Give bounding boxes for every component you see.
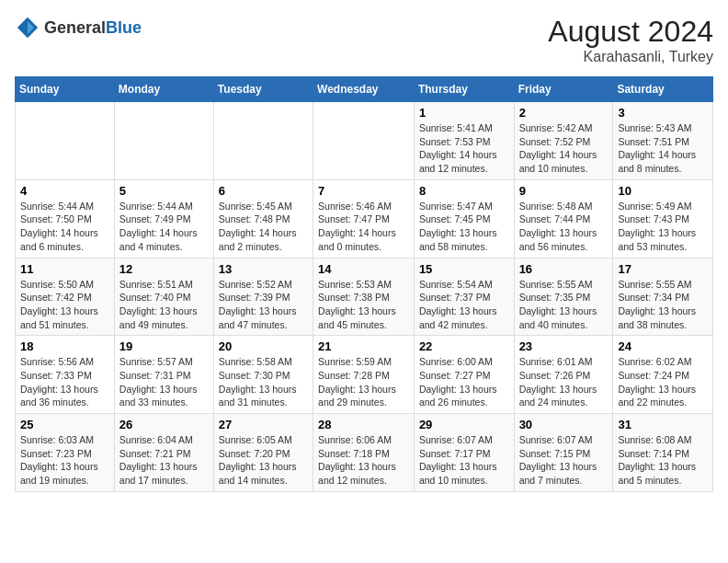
calendar-cell: 6Sunrise: 5:45 AM Sunset: 7:48 PM Daylig… xyxy=(213,179,313,258)
header-day-monday: Monday xyxy=(114,77,213,102)
calendar-cell: 3Sunrise: 5:43 AM Sunset: 7:51 PM Daylig… xyxy=(613,102,713,180)
day-info: Sunrise: 5:52 AM Sunset: 7:39 PM Dayligh… xyxy=(219,278,308,332)
calendar-cell: 17Sunrise: 5:55 AM Sunset: 7:34 PM Dayli… xyxy=(613,258,713,336)
day-info: Sunrise: 5:51 AM Sunset: 7:40 PM Dayligh… xyxy=(119,278,209,332)
day-number: 26 xyxy=(119,418,209,431)
calendar-cell: 15Sunrise: 5:54 AM Sunset: 7:37 PM Dayli… xyxy=(414,258,514,336)
logo: GeneralBlue xyxy=(15,15,142,40)
day-info: Sunrise: 5:50 AM Sunset: 7:42 PM Dayligh… xyxy=(20,278,109,332)
day-info: Sunrise: 5:46 AM Sunset: 7:47 PM Dayligh… xyxy=(318,200,409,254)
day-info: Sunrise: 5:58 AM Sunset: 7:30 PM Dayligh… xyxy=(219,355,308,409)
day-number: 16 xyxy=(519,262,609,276)
day-number: 4 xyxy=(20,184,109,198)
day-number: 6 xyxy=(219,184,308,198)
calendar-cell: 13Sunrise: 5:52 AM Sunset: 7:39 PM Dayli… xyxy=(213,258,313,336)
day-info: Sunrise: 5:59 AM Sunset: 7:28 PM Dayligh… xyxy=(318,355,409,409)
day-number: 3 xyxy=(618,106,708,120)
day-info: Sunrise: 5:41 AM Sunset: 7:53 PM Dayligh… xyxy=(419,121,509,176)
week-row-1: 1Sunrise: 5:41 AM Sunset: 7:53 PM Daylig… xyxy=(16,102,713,180)
logo-blue: Blue xyxy=(106,18,142,37)
month-year-title: August 2024 xyxy=(548,15,713,49)
logo-icon xyxy=(15,15,40,40)
day-info: Sunrise: 6:01 AM Sunset: 7:26 PM Dayligh… xyxy=(519,355,609,409)
day-info: Sunrise: 5:54 AM Sunset: 7:37 PM Dayligh… xyxy=(419,278,509,332)
day-number: 29 xyxy=(419,418,509,431)
header-row: SundayMondayTuesdayWednesdayThursdayFrid… xyxy=(16,77,713,102)
calendar-cell xyxy=(313,102,415,180)
day-info: Sunrise: 5:55 AM Sunset: 7:34 PM Dayligh… xyxy=(618,278,708,332)
calendar-cell: 26Sunrise: 6:04 AM Sunset: 7:21 PM Dayli… xyxy=(114,414,213,492)
calendar-cell: 2Sunrise: 5:42 AM Sunset: 7:52 PM Daylig… xyxy=(514,102,613,180)
header-day-tuesday: Tuesday xyxy=(213,77,313,102)
day-info: Sunrise: 5:48 AM Sunset: 7:44 PM Dayligh… xyxy=(519,200,609,254)
calendar-cell: 11Sunrise: 5:50 AM Sunset: 7:42 PM Dayli… xyxy=(16,258,115,336)
calendar-cell: 18Sunrise: 5:56 AM Sunset: 7:33 PM Dayli… xyxy=(16,336,115,414)
week-row-4: 18Sunrise: 5:56 AM Sunset: 7:33 PM Dayli… xyxy=(16,336,713,414)
day-info: Sunrise: 6:04 AM Sunset: 7:21 PM Dayligh… xyxy=(119,433,209,488)
header-day-friday: Friday xyxy=(514,77,613,102)
day-info: Sunrise: 5:57 AM Sunset: 7:31 PM Dayligh… xyxy=(119,355,209,409)
day-number: 7 xyxy=(318,184,409,198)
calendar-cell: 24Sunrise: 6:02 AM Sunset: 7:24 PM Dayli… xyxy=(613,336,713,414)
day-info: Sunrise: 6:08 AM Sunset: 7:14 PM Dayligh… xyxy=(618,433,708,488)
day-number: 21 xyxy=(318,339,409,353)
calendar-cell: 4Sunrise: 5:44 AM Sunset: 7:50 PM Daylig… xyxy=(16,179,115,258)
day-number: 28 xyxy=(318,418,409,431)
day-number: 22 xyxy=(419,339,509,353)
day-number: 10 xyxy=(618,184,708,198)
calendar-cell xyxy=(114,102,213,180)
day-info: Sunrise: 5:47 AM Sunset: 7:45 PM Dayligh… xyxy=(419,200,509,254)
day-info: Sunrise: 5:45 AM Sunset: 7:48 PM Dayligh… xyxy=(219,200,308,254)
day-number: 5 xyxy=(119,184,209,198)
logo-general: General xyxy=(44,18,106,37)
day-number: 23 xyxy=(519,339,609,353)
day-info: Sunrise: 5:42 AM Sunset: 7:52 PM Dayligh… xyxy=(519,121,609,176)
week-row-2: 4Sunrise: 5:44 AM Sunset: 7:50 PM Daylig… xyxy=(16,179,713,258)
calendar-cell: 19Sunrise: 5:57 AM Sunset: 7:31 PM Dayli… xyxy=(114,336,213,414)
title-block: August 2024 Karahasanli, Turkey xyxy=(548,15,713,65)
calendar-body: 1Sunrise: 5:41 AM Sunset: 7:53 PM Daylig… xyxy=(16,102,713,492)
calendar-cell: 12Sunrise: 5:51 AM Sunset: 7:40 PM Dayli… xyxy=(114,258,213,336)
day-info: Sunrise: 6:06 AM Sunset: 7:18 PM Dayligh… xyxy=(318,433,409,488)
day-number: 20 xyxy=(219,339,308,353)
day-number: 2 xyxy=(519,106,609,120)
day-number: 13 xyxy=(219,262,308,276)
calendar-cell: 16Sunrise: 5:55 AM Sunset: 7:35 PM Dayli… xyxy=(514,258,613,336)
header-day-thursday: Thursday xyxy=(414,77,514,102)
day-number: 14 xyxy=(318,262,409,276)
day-number: 17 xyxy=(618,262,708,276)
calendar-cell: 21Sunrise: 5:59 AM Sunset: 7:28 PM Dayli… xyxy=(313,336,415,414)
day-info: Sunrise: 5:55 AM Sunset: 7:35 PM Dayligh… xyxy=(519,278,609,332)
calendar-cell: 9Sunrise: 5:48 AM Sunset: 7:44 PM Daylig… xyxy=(514,179,613,258)
header-day-sunday: Sunday xyxy=(16,77,115,102)
calendar-cell: 20Sunrise: 5:58 AM Sunset: 7:30 PM Dayli… xyxy=(213,336,313,414)
day-info: Sunrise: 6:03 AM Sunset: 7:23 PM Dayligh… xyxy=(20,433,109,488)
calendar-cell: 23Sunrise: 6:01 AM Sunset: 7:26 PM Dayli… xyxy=(514,336,613,414)
page-header: GeneralBlue August 2024 Karahasanli, Tur… xyxy=(15,15,713,65)
day-number: 25 xyxy=(20,418,109,431)
day-info: Sunrise: 5:43 AM Sunset: 7:51 PM Dayligh… xyxy=(618,121,708,176)
calendar-cell: 14Sunrise: 5:53 AM Sunset: 7:38 PM Dayli… xyxy=(313,258,415,336)
week-row-5: 25Sunrise: 6:03 AM Sunset: 7:23 PM Dayli… xyxy=(16,414,713,492)
day-info: Sunrise: 5:56 AM Sunset: 7:33 PM Dayligh… xyxy=(20,355,109,409)
calendar-cell xyxy=(16,102,115,180)
day-info: Sunrise: 6:00 AM Sunset: 7:27 PM Dayligh… xyxy=(419,355,509,409)
day-number: 19 xyxy=(119,339,209,353)
day-number: 15 xyxy=(419,262,509,276)
calendar-cell: 1Sunrise: 5:41 AM Sunset: 7:53 PM Daylig… xyxy=(414,102,514,180)
day-number: 24 xyxy=(618,339,708,353)
header-day-saturday: Saturday xyxy=(613,77,713,102)
day-number: 18 xyxy=(20,339,109,353)
location-subtitle: Karahasanli, Turkey xyxy=(548,49,713,65)
week-row-3: 11Sunrise: 5:50 AM Sunset: 7:42 PM Dayli… xyxy=(16,258,713,336)
day-number: 11 xyxy=(20,262,109,276)
calendar-cell: 8Sunrise: 5:47 AM Sunset: 7:45 PM Daylig… xyxy=(414,179,514,258)
day-info: Sunrise: 5:49 AM Sunset: 7:43 PM Dayligh… xyxy=(618,200,708,254)
day-info: Sunrise: 6:02 AM Sunset: 7:24 PM Dayligh… xyxy=(618,355,708,409)
day-info: Sunrise: 5:44 AM Sunset: 7:49 PM Dayligh… xyxy=(119,200,209,254)
day-number: 1 xyxy=(419,106,509,120)
calendar-cell: 29Sunrise: 6:07 AM Sunset: 7:17 PM Dayli… xyxy=(414,414,514,492)
day-info: Sunrise: 6:05 AM Sunset: 7:20 PM Dayligh… xyxy=(219,433,308,488)
calendar-cell: 5Sunrise: 5:44 AM Sunset: 7:49 PM Daylig… xyxy=(114,179,213,258)
day-info: Sunrise: 5:44 AM Sunset: 7:50 PM Dayligh… xyxy=(20,200,109,254)
